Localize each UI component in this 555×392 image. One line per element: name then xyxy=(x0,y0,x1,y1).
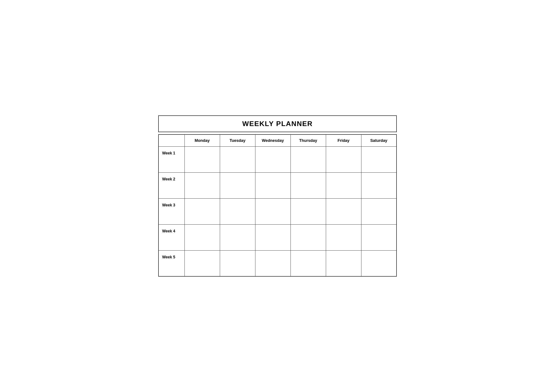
day-cell[interactable] xyxy=(326,172,361,198)
day-cell[interactable] xyxy=(255,172,291,198)
day-cell[interactable] xyxy=(184,250,220,276)
planner-container: WEEKLY PLANNER Monday Tuesday Wednesday … xyxy=(158,115,397,277)
table-row: Week 4 xyxy=(159,224,396,250)
week-label: Week 1 xyxy=(159,146,184,172)
header-tuesday: Tuesday xyxy=(220,135,255,147)
day-cell[interactable] xyxy=(326,146,361,172)
planner-title: WEEKLY PLANNER xyxy=(242,120,313,128)
header-empty xyxy=(159,135,184,147)
day-cell[interactable] xyxy=(291,250,326,276)
week-label: Week 3 xyxy=(159,198,184,224)
day-cell[interactable] xyxy=(220,172,255,198)
header-thursday: Thursday xyxy=(291,135,326,147)
day-cell[interactable] xyxy=(326,198,361,224)
day-cell[interactable] xyxy=(255,224,291,250)
day-cell[interactable] xyxy=(361,250,396,276)
table-row: Week 3 xyxy=(159,198,396,224)
day-cell[interactable] xyxy=(184,146,220,172)
day-cell[interactable] xyxy=(220,146,255,172)
week-label: Week 2 xyxy=(159,172,184,198)
day-cell[interactable] xyxy=(291,146,326,172)
day-cell[interactable] xyxy=(291,224,326,250)
title-box: WEEKLY PLANNER xyxy=(158,115,397,132)
table-row: Week 5 xyxy=(159,250,396,276)
header-friday: Friday xyxy=(326,135,361,147)
table-row: Week 1 xyxy=(159,146,396,172)
header-wednesday: Wednesday xyxy=(255,135,291,147)
day-cell[interactable] xyxy=(255,146,291,172)
day-cell[interactable] xyxy=(184,172,220,198)
header-monday: Monday xyxy=(184,135,220,147)
header-saturday: Saturday xyxy=(361,135,396,147)
table-row: Week 2 xyxy=(159,172,396,198)
header-row: Monday Tuesday Wednesday Thursday Friday… xyxy=(159,135,396,147)
day-cell[interactable] xyxy=(291,198,326,224)
day-cell[interactable] xyxy=(326,250,361,276)
day-cell[interactable] xyxy=(361,198,396,224)
day-cell[interactable] xyxy=(255,198,291,224)
day-cell[interactable] xyxy=(361,172,396,198)
day-cell[interactable] xyxy=(361,146,396,172)
day-cell[interactable] xyxy=(184,224,220,250)
day-cell[interactable] xyxy=(326,224,361,250)
day-cell[interactable] xyxy=(220,224,255,250)
planner-table: Monday Tuesday Wednesday Thursday Friday… xyxy=(158,134,397,277)
day-cell[interactable] xyxy=(291,172,326,198)
day-cell[interactable] xyxy=(255,250,291,276)
week-label: Week 5 xyxy=(159,250,184,276)
planner-body: Week 1Week 2Week 3Week 4Week 5 xyxy=(159,146,396,276)
day-cell[interactable] xyxy=(361,224,396,250)
day-cell[interactable] xyxy=(184,198,220,224)
day-cell[interactable] xyxy=(220,250,255,276)
day-cell[interactable] xyxy=(220,198,255,224)
week-label: Week 4 xyxy=(159,224,184,250)
